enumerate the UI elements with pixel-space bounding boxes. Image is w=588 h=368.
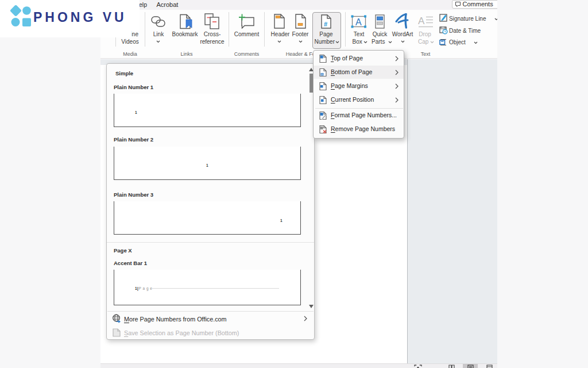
svg-text:#: # xyxy=(324,21,327,28)
svg-text:A: A xyxy=(418,16,425,26)
svg-text:A: A xyxy=(355,17,362,27)
